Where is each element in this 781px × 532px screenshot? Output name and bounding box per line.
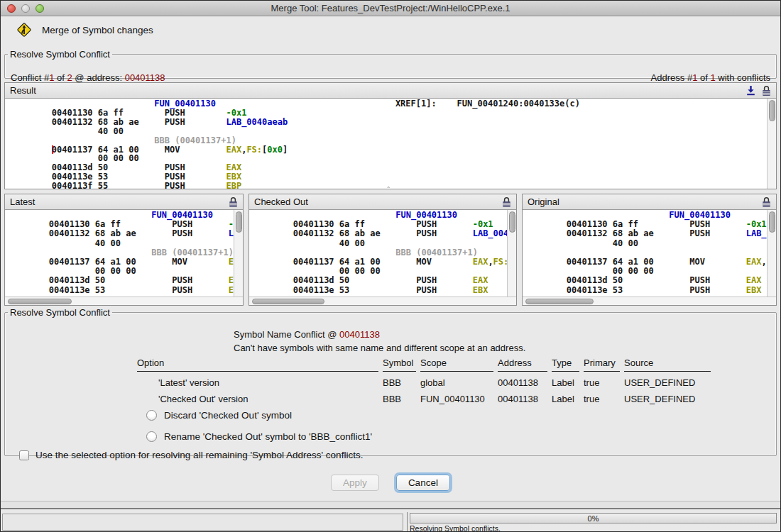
column-header: Symbol	[383, 358, 416, 372]
table-cell: true	[584, 372, 620, 388]
scrollbar-thumb[interactable]	[769, 211, 775, 233]
conflict-headline: Symbol Name Conflict @ 00401138	[234, 329, 380, 340]
progress-caption: Resolving Symbol conflicts.	[410, 524, 777, 532]
table-cell: USER_DEFINED	[624, 388, 711, 404]
original-horizontal-scrollbar[interactable]	[523, 297, 776, 305]
resolve-symbol-conflict-group-bottom: Resolve Symbol Conflict Symbol Name Conf…	[4, 307, 777, 456]
merge-phase-header: Merge of Symbol changes	[16, 22, 153, 38]
column-header: Type	[552, 358, 579, 372]
checked-out-vertical-scrollbar[interactable]	[507, 210, 516, 297]
address-counter: Address #1 of 1 with conflicts	[651, 72, 770, 83]
result-vertical-scrollbar[interactable]	[767, 99, 776, 189]
rename-checked-out-option[interactable]: Rename 'Checked Out' symbol to 'BBB_conf…	[146, 431, 372, 442]
latest-horizontal-scrollbar[interactable]	[5, 297, 243, 305]
checked-out-listing-panel: Checked Out FUN_00401130 00401130 6a f	[248, 194, 517, 306]
radio-button-icon[interactable]	[146, 431, 157, 442]
status-strip	[1, 501, 780, 509]
original-listing-panel: Original FUN_00401130 00401130 6a ff	[522, 194, 777, 306]
table-cell: global	[420, 372, 493, 388]
table-cell: 00401138	[498, 372, 547, 388]
result-panel-header: Result	[5, 83, 776, 99]
apply-button[interactable]: Apply	[331, 475, 379, 491]
status-message-panel	[2, 514, 403, 531]
conflict-counter: Conflict #1 of 2 @ address: 00401138	[11, 72, 165, 83]
progress-panel: 0% Resolving Symbol conflicts.	[407, 512, 780, 531]
title-bar: Merge Tool: Features_DevTestProject:/Win…	[1, 1, 780, 16]
version-panels-row: Latest FUN_00401130 00401130 6a ff	[4, 194, 777, 306]
latest-panel-header: Latest	[5, 194, 243, 210]
close-window-icon[interactable]	[7, 4, 16, 13]
lock-icon[interactable]	[762, 85, 771, 96]
checked-out-disassembly-listing[interactable]: FUN_00401130 00401130 6a ff PUSH -0x1 00…	[249, 211, 507, 297]
minimize-window-icon[interactable]	[21, 4, 30, 13]
table-cell: 'Latest' version	[137, 372, 378, 388]
table-cell: 00401138	[498, 388, 547, 404]
discard-checked-out-option[interactable]: Discard 'Checked Out' symbol	[146, 410, 292, 421]
latest-listing-panel: Latest FUN_00401130 00401130 6a ff	[4, 194, 244, 306]
splitter-handle-icon[interactable]: ⌃	[385, 187, 392, 191]
merge-warning-icon	[16, 22, 32, 38]
table-cell: USER_DEFINED	[624, 372, 711, 388]
column-header: Option	[137, 358, 378, 372]
table-cell: BBB	[383, 388, 416, 404]
radio-label: Rename 'Checked Out' symbol to 'BBB_conf…	[164, 431, 372, 442]
status-row: 0% Resolving Symbol conflicts.	[1, 512, 780, 531]
result-disassembly-listing[interactable]: FUN_00401130 XREF[1]: FUN_00401240:00401…	[5, 99, 767, 189]
checked-out-horizontal-scrollbar[interactable]	[249, 297, 516, 305]
resolve-symbol-conflict-group-top: Resolve Symbol Conflict Conflict #1 of 2…	[4, 49, 777, 79]
original-panel-title: Original	[528, 196, 762, 207]
table-cell: BBB	[383, 372, 416, 388]
table-cell: FUN_00401130	[420, 388, 493, 404]
column-header: Source	[624, 358, 711, 372]
scrollbar-thumb[interactable]	[525, 299, 594, 304]
progress-bar: 0%	[410, 513, 777, 523]
go-to-result-arrow-icon[interactable]	[746, 85, 755, 96]
column-header: Scope	[420, 358, 493, 372]
original-panel-header: Original	[523, 194, 776, 210]
original-vertical-scrollbar[interactable]	[767, 210, 776, 297]
zoom-window-icon[interactable]	[36, 4, 44, 13]
checkbox-icon[interactable]	[19, 450, 29, 460]
cancel-button[interactable]: Cancel	[396, 475, 450, 491]
latest-vertical-scrollbar[interactable]	[234, 210, 243, 297]
scrollbar-thumb[interactable]	[252, 299, 324, 304]
use-for-all-checkbox-row[interactable]: Use the selected option for resolving al…	[19, 450, 363, 460]
group-legend: Resolve Symbol Conflict	[8, 49, 112, 60]
scrollbar-thumb[interactable]	[769, 100, 775, 121]
checked-out-panel-title: Checked Out	[254, 196, 502, 207]
window-title: Merge Tool: Features_DevTestProject:/Win…	[271, 3, 510, 13]
group-legend: Resolve Symbol Conflict	[8, 307, 112, 318]
scrollbar-thumb[interactable]	[236, 211, 242, 233]
merge-tool-window: Merge Tool: Features_DevTestProject:/Win…	[0, 0, 781, 532]
checkbox-label: Use the selected option for resolving al…	[36, 450, 363, 460]
latest-panel-title: Latest	[10, 196, 229, 207]
scrollbar-thumb[interactable]	[8, 299, 72, 304]
latest-disassembly-listing[interactable]: FUN_00401130 00401130 6a ff PUSH -0x1 00…	[5, 211, 234, 297]
original-disassembly-listing[interactable]: FUN_00401130 00401130 6a ff PUSH -0x1 00…	[523, 211, 767, 297]
table-cell: true	[584, 388, 620, 404]
result-panel-title: Result	[10, 85, 746, 96]
merge-phase-title: Merge of Symbol changes	[42, 25, 153, 35]
checked-out-panel-header: Checked Out	[249, 194, 516, 210]
conflict-options-table: Option Symbol Scope Address Type Primary…	[137, 358, 711, 404]
conflict-subheadline: Can't have symbols with same name and di…	[234, 343, 525, 353]
table-cell: 'Checked Out' version	[137, 388, 378, 404]
lock-icon[interactable]	[229, 196, 238, 208]
table-cell: Label	[552, 372, 579, 388]
lock-icon[interactable]	[762, 196, 771, 208]
result-listing-panel: Result	[4, 82, 777, 189]
table-cell: Label	[552, 388, 579, 404]
scrollbar-thumb[interactable]	[509, 211, 515, 233]
column-header: Address	[498, 358, 547, 372]
radio-label: Discard 'Checked Out' symbol	[164, 410, 292, 421]
radio-button-icon[interactable]	[146, 410, 157, 421]
column-header: Primary	[584, 358, 620, 372]
lock-icon[interactable]	[502, 196, 511, 208]
